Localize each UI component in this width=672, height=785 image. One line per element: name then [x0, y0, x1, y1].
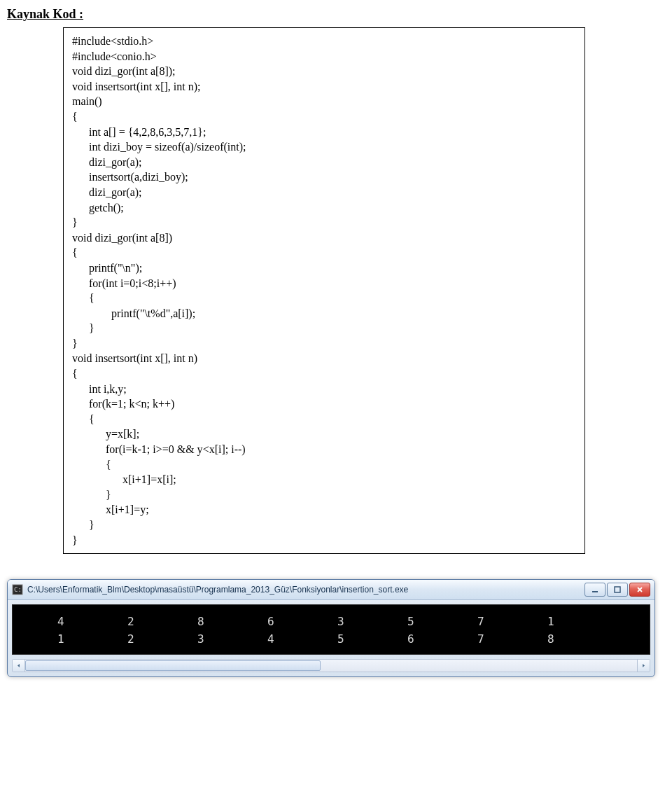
- cell: 1: [547, 613, 617, 631]
- svg-text:C:: C:: [14, 586, 22, 593]
- cell: 4: [267, 631, 337, 648]
- cell: 5: [337, 631, 407, 648]
- cell: 6: [407, 631, 477, 648]
- app-icon: C:: [12, 584, 23, 595]
- scroll-right-button[interactable]: [637, 660, 650, 672]
- source-code-box: #include<stdio.h> #include<conio.h> void…: [63, 27, 585, 554]
- table-row: 4 2 8 6 3 5 7 1: [57, 613, 647, 631]
- window-titlebar[interactable]: C: C:\Users\Enformatik_Blm\Desktop\masaü…: [8, 580, 654, 600]
- svg-rect-3: [615, 587, 620, 592]
- scroll-thumb[interactable]: [25, 660, 321, 671]
- maximize-button[interactable]: [607, 583, 628, 597]
- cell: 1: [57, 631, 127, 648]
- cell: 7: [477, 631, 547, 648]
- minimize-button[interactable]: [584, 583, 606, 597]
- scroll-left-button[interactable]: [13, 660, 25, 672]
- console-window: C: C:\Users\Enformatik_Blm\Desktop\masaü…: [7, 579, 655, 677]
- table-row: 1 2 3 4 5 6 7 8: [57, 631, 647, 648]
- page-heading: Kaynak Kod :: [7, 7, 665, 22]
- cell: 3: [197, 631, 267, 648]
- console-client-area: 4 2 8 6 3 5 7 1 1 2 3 4 5 6 7 8: [12, 604, 650, 655]
- window-title: C:\Users\Enformatik_Blm\Desktop\masaüstü…: [27, 585, 584, 595]
- svg-rect-2: [592, 591, 598, 592]
- cell: 8: [197, 613, 267, 631]
- cell: 8: [547, 631, 617, 648]
- horizontal-scrollbar[interactable]: [12, 659, 650, 672]
- cell: 2: [127, 631, 197, 648]
- window-controls: [584, 583, 650, 597]
- cell: 7: [477, 613, 547, 631]
- cell: 4: [57, 613, 127, 631]
- cell: 2: [127, 613, 197, 631]
- scroll-track[interactable]: [25, 660, 637, 672]
- cell: 6: [267, 613, 337, 631]
- console-output: 4 2 8 6 3 5 7 1 1 2 3 4 5 6 7 8: [15, 609, 647, 651]
- cell: 5: [407, 613, 477, 631]
- cell: 3: [337, 613, 407, 631]
- close-button[interactable]: [629, 583, 650, 597]
